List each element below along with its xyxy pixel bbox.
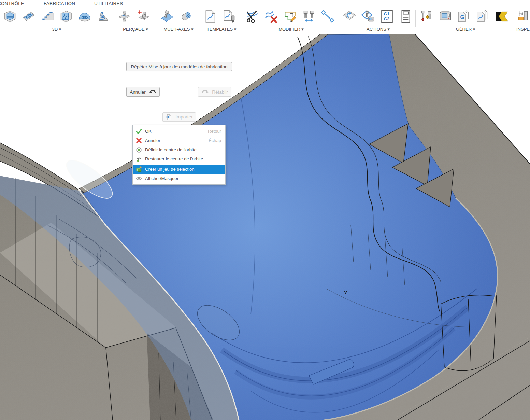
model-view xyxy=(0,34,530,420)
orbit-center-icon xyxy=(136,147,145,153)
group-gerer: G GÉRER ▾ xyxy=(419,8,512,33)
parallel-icon[interactable] xyxy=(40,8,55,25)
menu-separator xyxy=(133,164,225,164)
menu-item-shortcut: Échap xyxy=(209,138,221,143)
undo-label: Annuler xyxy=(130,89,146,95)
redo-button[interactable]: Rétablir xyxy=(198,87,231,97)
ok-check-icon xyxy=(136,128,145,135)
menu-item-restaurer-centre-orbite[interactable]: Restaurer le centre de l'orbite xyxy=(133,154,225,164)
group-3d: 3D ▾ xyxy=(2,8,111,33)
tab-fabrication[interactable]: FABRICATION xyxy=(44,1,75,6)
group-modifier: MODIFIER ▾ xyxy=(245,8,338,33)
tool-library-icon[interactable] xyxy=(419,8,434,25)
tab-controle[interactable]: CONTRÔLE xyxy=(0,1,24,6)
group-label-modifier[interactable]: MODIFIER ▾ xyxy=(245,27,338,32)
menu-item-label: OK xyxy=(145,129,208,134)
group-label-3d[interactable]: 3D ▾ xyxy=(2,27,111,32)
svg-text:G: G xyxy=(460,14,464,20)
toolbar: CONTRÔLE FABRICATION UTILITAIRES 3D ▾ xyxy=(0,0,530,34)
compare-tools-icon[interactable] xyxy=(301,8,317,25)
menu-item-label: Définir le centre de l'orbite xyxy=(145,147,221,152)
cancel-x-icon xyxy=(136,138,145,144)
repeat-update-models-label: Répéter Mise à jour des modèles de fabri… xyxy=(131,64,228,69)
orbit-restore-icon xyxy=(136,156,145,162)
template-library-icon[interactable] xyxy=(475,8,491,25)
group-templates: TEMPLATES ▾ xyxy=(202,8,241,33)
rotary-icon[interactable] xyxy=(178,8,194,25)
delete-passes-icon[interactable] xyxy=(263,8,279,25)
move-points-icon[interactable] xyxy=(320,8,335,25)
visibility-icon xyxy=(136,176,145,182)
template-write-icon[interactable] xyxy=(221,8,237,25)
edit-boundary-icon[interactable] xyxy=(282,8,298,25)
repeat-update-models-button[interactable]: Répéter Mise à jour des modèles de fabri… xyxy=(126,62,232,71)
undo-arrow-icon xyxy=(149,89,156,95)
machine-library-icon[interactable] xyxy=(438,8,453,25)
post-process-icon[interactable] xyxy=(360,8,376,25)
menu-item-definir-centre-orbite[interactable]: Définir le centre de l'orbite xyxy=(133,145,225,154)
menu-item-afficher-masquer[interactable]: Afficher/Masquer xyxy=(133,174,225,183)
tab-utilitaires[interactable]: UTILITAIRES xyxy=(94,1,123,6)
redo-arrow-icon xyxy=(201,89,209,95)
toolbar-separator xyxy=(339,10,339,27)
menu-item-label: Afficher/Masquer xyxy=(145,176,221,181)
selection-set-icon xyxy=(136,166,145,172)
toolbar-separator xyxy=(513,10,513,27)
trim-toolpath-icon[interactable] xyxy=(245,8,260,25)
menu-item-ok[interactable]: OK Retour xyxy=(133,127,225,136)
group-label-multiaxes[interactable]: MULTI-AXES ▾ xyxy=(159,27,198,32)
group-label-percage[interactable]: PERÇAGE ▾ xyxy=(116,27,155,32)
g1g2-icon[interactable]: G1G2 xyxy=(379,8,395,25)
menu-item-creer-jeu-selection[interactable]: Créer un jeu de sélection xyxy=(133,165,225,174)
flow-icon[interactable] xyxy=(58,8,74,25)
svg-text:G2: G2 xyxy=(384,17,390,22)
template-doc-icon[interactable] xyxy=(202,8,218,25)
toolbar-separator xyxy=(199,10,199,27)
drill-icon[interactable] xyxy=(116,8,132,25)
3d-viewport[interactable] xyxy=(0,34,530,420)
import-button[interactable]: Importer xyxy=(162,112,196,122)
svg-text:G1: G1 xyxy=(384,12,390,16)
menu-item-label: Restaurer le centre de l'orbite xyxy=(145,156,221,162)
group-label-inspection[interactable]: INSPECTION xyxy=(516,27,530,32)
context-menu: OK Retour Annuler Échap Définir le centr… xyxy=(132,125,226,185)
import-icon xyxy=(166,114,172,121)
menu-item-annuler[interactable]: Annuler Échap xyxy=(133,136,225,145)
group-actions: G1G2 ACTIONS ▾ xyxy=(342,8,415,33)
toolbar-separator xyxy=(156,10,156,27)
menu-item-label: Annuler xyxy=(145,138,209,143)
spiral-icon[interactable] xyxy=(96,8,111,25)
simulate-icon[interactable] xyxy=(342,8,357,25)
pocket-clearing-icon[interactable] xyxy=(21,8,37,25)
menu-item-label: Créer un jeu de sélection xyxy=(145,167,221,172)
post-library-icon[interactable]: G xyxy=(456,8,472,25)
import-label: Importer xyxy=(175,114,192,120)
swarf-icon[interactable] xyxy=(159,8,175,25)
probe-wcs-icon[interactable] xyxy=(516,8,530,25)
setup-sheet-icon[interactable] xyxy=(398,8,414,25)
group-percage: PERÇAGE ▾ xyxy=(116,8,155,33)
menu-item-shortcut: Retour xyxy=(208,129,221,134)
undo-button[interactable]: Annuler xyxy=(126,87,160,97)
redo-label: Rétablir xyxy=(212,89,228,95)
group-inspection: INSPECTION xyxy=(516,8,530,33)
toolbar-separator xyxy=(113,10,113,27)
toolbar-separator xyxy=(415,10,416,27)
group-label-templates[interactable]: TEMPLATES ▾ xyxy=(202,27,241,32)
horizontal-icon[interactable] xyxy=(77,8,92,25)
toolbar-separator xyxy=(242,10,242,27)
adaptive-clearing-icon[interactable] xyxy=(2,8,18,25)
kennametal-icon[interactable] xyxy=(494,8,510,25)
group-multiaxes: MULTI-AXES ▾ xyxy=(159,8,198,33)
group-label-gerer[interactable]: GÉRER ▾ xyxy=(419,27,512,32)
drill-add-icon[interactable] xyxy=(135,8,151,25)
group-label-actions[interactable]: ACTIONS ▾ xyxy=(342,27,415,32)
